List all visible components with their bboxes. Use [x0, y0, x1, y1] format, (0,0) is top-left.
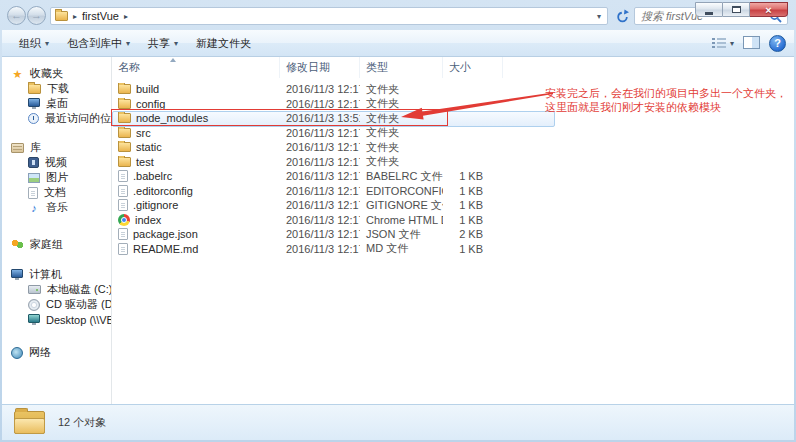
file-type: BABELRC 文件: [360, 169, 443, 184]
sidebar-label: 计算机: [29, 267, 62, 282]
table-row-src[interactable]: src 2016/11/3 12:17 文件夹: [112, 126, 794, 141]
sidebar-label: 家庭组: [30, 237, 63, 252]
chevron-down-icon: ▾: [174, 39, 178, 48]
sidebar-item-desktop[interactable]: 桌面: [2, 96, 111, 111]
close-button[interactable]: ×: [750, 2, 788, 17]
file-name: index: [135, 214, 161, 226]
crumb-arrow-icon[interactable]: ▸: [124, 12, 128, 21]
table-row-build[interactable]: build 2016/11/3 12:17 文件夹: [112, 82, 794, 97]
sidebar-label: 桌面: [46, 96, 68, 111]
file-name: static: [136, 141, 162, 153]
table-row-static[interactable]: static 2016/11/3 12:17 文件夹: [112, 140, 794, 155]
folder-icon: [118, 99, 131, 109]
sidebar-label: 本地磁盘 (C:): [47, 282, 112, 297]
table-row-babelrc[interactable]: .babelrc 2016/11/3 12:17 BABELRC 文件 1 KB: [112, 169, 794, 184]
libraries-icon: [11, 143, 24, 153]
column-header-type[interactable]: 类型: [360, 57, 443, 78]
change-view-button[interactable]: ▾: [711, 37, 734, 49]
group-libraries: 库 视频 图片 文档 ♪ 音乐: [2, 140, 111, 215]
file-date: 2016/11/3 12:17: [280, 199, 360, 211]
sidebar-label: 音乐: [46, 200, 68, 215]
column-header-name[interactable]: 名称: [112, 57, 280, 78]
sidebar-label: 网络: [29, 345, 51, 360]
forward-button[interactable]: →: [27, 6, 46, 25]
sidebar-label: 收藏夹: [30, 66, 63, 81]
table-row-editorconfig[interactable]: .editorconfig 2016/11/3 12:17 EDITORCONF…: [112, 184, 794, 199]
sidebar-item-pictures[interactable]: 图片: [2, 170, 111, 185]
file-name: config: [136, 98, 165, 110]
folder-icon: [118, 113, 131, 123]
sort-ascending-icon: [170, 58, 176, 62]
music-icon: ♪: [28, 202, 40, 214]
maximize-icon: [732, 6, 741, 13]
file-name: node_modules: [136, 112, 208, 124]
share-label: 共享: [148, 36, 170, 51]
file-name: src: [136, 127, 151, 139]
address-dropdown-icon[interactable]: ▾: [597, 12, 603, 21]
back-button[interactable]: ←: [7, 6, 26, 25]
include-in-library-button[interactable]: 包含到库中 ▾: [58, 33, 139, 54]
downloads-icon: [28, 84, 41, 94]
share-button[interactable]: 共享 ▾: [139, 33, 187, 54]
file-type: JSON 文件: [360, 227, 443, 242]
file-date: 2016/11/3 12:17: [280, 156, 360, 168]
sidebar-item-network[interactable]: 网络: [2, 345, 111, 360]
file-size: 1 KB: [443, 199, 503, 211]
file-type: 文件夹: [360, 140, 443, 155]
file-size: 1 KB: [443, 185, 503, 197]
file-date: 2016/11/3 12:17: [280, 214, 360, 226]
file-type: 文件夹: [360, 82, 443, 97]
file-icon: [118, 199, 128, 211]
minimize-button[interactable]: [695, 2, 723, 17]
table-row-index[interactable]: index 2016/11/3 12:17 Chrome HTML D… 1 K…: [112, 213, 794, 228]
sidebar-item-favorites[interactable]: ★ 收藏夹: [2, 66, 111, 81]
sidebar-item-network-desktop[interactable]: Desktop (\\VBO: [2, 312, 111, 327]
organize-button[interactable]: 组织 ▾: [10, 33, 58, 54]
sidebar-item-libraries[interactable]: 库: [2, 140, 111, 155]
table-row-node-modules[interactable]: node_modules 2016/11/3 13:51 文件夹: [112, 111, 794, 126]
group-homegroup: 家庭组: [2, 237, 111, 252]
sidebar-item-homegroup[interactable]: 家庭组: [2, 237, 111, 252]
sidebar-label: 文档: [44, 185, 66, 200]
file-name: package.json: [133, 228, 198, 240]
sidebar-item-downloads[interactable]: 下载: [2, 81, 111, 96]
help-button[interactable]: ?: [769, 35, 786, 52]
file-type: 文件夹: [360, 125, 443, 140]
sidebar-item-videos[interactable]: 视频: [2, 155, 111, 170]
preview-pane-icon: [743, 36, 760, 49]
items-count: 12 个对象: [58, 415, 106, 430]
column-header-date[interactable]: 修改日期: [280, 57, 360, 78]
chevron-down-icon: ▾: [730, 39, 734, 48]
pictures-icon: [28, 173, 40, 183]
network-desktop-icon: [28, 314, 40, 323]
file-date: 2016/11/3 12:17: [280, 243, 360, 255]
file-name: README.md: [133, 243, 198, 255]
file-name: .babelrc: [133, 170, 172, 182]
sidebar-item-cd-drive-d[interactable]: CD 驱动器 (D:) V: [2, 297, 111, 312]
table-row-gitignore[interactable]: .gitignore 2016/11/3 12:17 GITIGNORE 文件 …: [112, 198, 794, 213]
breadcrumb[interactable]: ▸ firstVue ▸ ▾: [50, 7, 608, 25]
table-row-test[interactable]: test 2016/11/3 12:17 文件夹: [112, 155, 794, 170]
new-folder-button[interactable]: 新建文件夹: [187, 33, 260, 54]
column-header-size[interactable]: 大小: [443, 57, 503, 78]
computer-icon: [11, 269, 23, 278]
sidebar-item-music[interactable]: ♪ 音乐: [2, 200, 111, 215]
sidebar-item-computer[interactable]: 计算机: [2, 267, 111, 282]
file-name: build: [136, 83, 159, 95]
folder-icon: [118, 142, 131, 152]
maximize-button[interactable]: [723, 2, 750, 17]
file-date: 2016/11/3 12:17: [280, 83, 360, 95]
file-date: 2016/11/3 12:17: [280, 170, 360, 182]
refresh-button[interactable]: [613, 8, 631, 25]
sidebar-item-local-disk-c[interactable]: 本地磁盘 (C:): [2, 282, 111, 297]
table-row-readme[interactable]: README.md 2016/11/3 12:17 MD 文件 1 KB: [112, 242, 794, 257]
table-row-config[interactable]: config 2016/11/3 12:17 文件夹: [112, 97, 794, 112]
breadcrumb-folder[interactable]: firstVue: [82, 10, 119, 22]
preview-pane-button[interactable]: [743, 36, 760, 51]
sidebar-item-recent-places[interactable]: 最近访问的位置: [2, 111, 111, 126]
table-row-package-json[interactable]: package.json 2016/11/3 12:17 JSON 文件 2 K…: [112, 227, 794, 242]
file-type: EDITORCONFIG …: [360, 185, 443, 197]
file-date: 2016/11/3 12:17: [280, 127, 360, 139]
file-icon: [118, 170, 128, 182]
sidebar-item-documents[interactable]: 文档: [2, 185, 111, 200]
